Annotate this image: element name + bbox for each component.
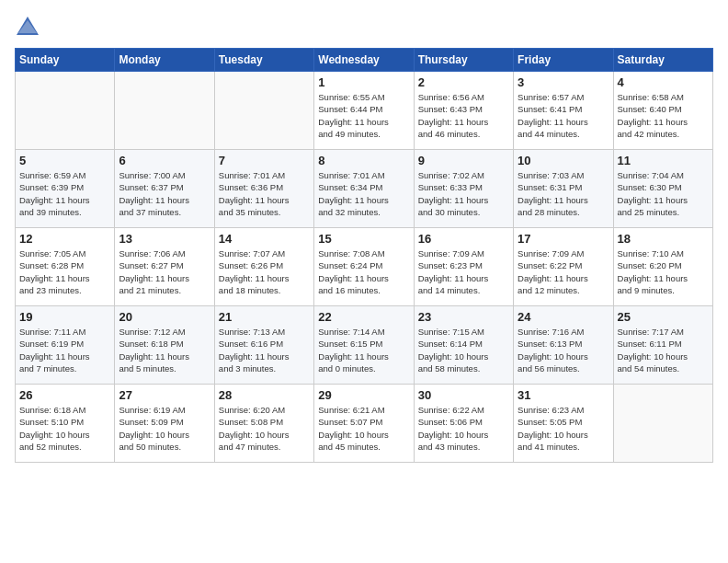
calendar-cell: 2Sunrise: 6:56 AM Sunset: 6:43 PM Daylig… (414, 72, 513, 150)
day-number: 13 (119, 232, 210, 246)
day-number: 7 (219, 154, 310, 167)
day-number: 31 (518, 388, 609, 402)
calendar-cell: 3Sunrise: 6:57 AM Sunset: 6:41 PM Daylig… (514, 72, 613, 150)
day-info: Sunrise: 6:18 AM Sunset: 5:10 PM Dayligh… (19, 404, 110, 453)
day-info: Sunrise: 7:11 AM Sunset: 6:19 PM Dayligh… (19, 326, 110, 374)
day-info: Sunrise: 7:13 AM Sunset: 6:16 PM Dayligh… (219, 326, 310, 374)
day-info: Sunrise: 6:20 AM Sunset: 5:08 PM Dayligh… (219, 404, 310, 453)
day-number: 27 (119, 388, 210, 402)
week-row-5: 26Sunrise: 6:18 AM Sunset: 5:10 PM Dayli… (16, 385, 713, 463)
day-info: Sunrise: 7:08 AM Sunset: 6:24 PM Dayligh… (318, 247, 409, 296)
day-info: Sunrise: 7:03 AM Sunset: 6:31 PM Dayligh… (518, 169, 609, 218)
day-number: 1 (318, 75, 409, 89)
calendar-cell: 29Sunrise: 6:21 AM Sunset: 5:07 PM Dayli… (314, 385, 414, 463)
day-number: 15 (318, 232, 409, 246)
day-header-friday: Friday (514, 49, 613, 72)
day-number: 24 (518, 310, 609, 324)
calendar-cell: 25Sunrise: 7:17 AM Sunset: 6:11 PM Dayli… (613, 306, 712, 385)
day-info: Sunrise: 7:05 AM Sunset: 6:28 PM Dayligh… (19, 247, 110, 296)
day-number: 11 (618, 154, 709, 167)
calendar-cell: 17Sunrise: 7:09 AM Sunset: 6:22 PM Dayli… (514, 228, 613, 306)
calendar-cell: 26Sunrise: 6:18 AM Sunset: 5:10 PM Dayli… (16, 385, 115, 463)
day-number: 25 (618, 310, 709, 324)
day-header-saturday: Saturday (613, 49, 712, 72)
day-number: 16 (418, 232, 509, 246)
day-info: Sunrise: 6:21 AM Sunset: 5:07 PM Dayligh… (318, 404, 409, 453)
day-info: Sunrise: 7:06 AM Sunset: 6:27 PM Dayligh… (119, 247, 210, 296)
calendar-cell: 14Sunrise: 7:07 AM Sunset: 6:26 PM Dayli… (214, 228, 313, 306)
day-info: Sunrise: 7:14 AM Sunset: 6:15 PM Dayligh… (318, 326, 409, 374)
calendar-cell: 28Sunrise: 6:20 AM Sunset: 5:08 PM Dayli… (214, 385, 313, 463)
calendar-cell: 24Sunrise: 7:16 AM Sunset: 6:13 PM Dayli… (514, 306, 613, 385)
day-info: Sunrise: 6:23 AM Sunset: 5:05 PM Dayligh… (518, 404, 609, 453)
calendar-cell: 7Sunrise: 7:01 AM Sunset: 6:36 PM Daylig… (214, 150, 313, 228)
day-number: 23 (418, 310, 509, 324)
day-number: 28 (219, 388, 310, 402)
page-header (15, 15, 713, 40)
logo-icon (15, 15, 40, 40)
day-info: Sunrise: 6:56 AM Sunset: 6:43 PM Dayligh… (418, 91, 509, 140)
day-header-monday: Monday (115, 49, 214, 72)
day-number: 3 (518, 75, 609, 89)
calendar-cell: 13Sunrise: 7:06 AM Sunset: 6:27 PM Dayli… (115, 228, 214, 306)
day-number: 29 (318, 388, 409, 402)
day-number: 12 (19, 232, 110, 246)
calendar-cell (16, 72, 115, 150)
week-row-2: 5Sunrise: 6:59 AM Sunset: 6:39 PM Daylig… (16, 150, 713, 228)
calendar-cell: 19Sunrise: 7:11 AM Sunset: 6:19 PM Dayli… (16, 306, 115, 385)
day-info: Sunrise: 7:09 AM Sunset: 6:23 PM Dayligh… (418, 247, 509, 296)
calendar-cell: 4Sunrise: 6:58 AM Sunset: 6:40 PM Daylig… (613, 72, 712, 150)
day-header-tuesday: Tuesday (214, 49, 313, 72)
day-info: Sunrise: 7:07 AM Sunset: 6:26 PM Dayligh… (219, 247, 310, 296)
calendar-cell: 11Sunrise: 7:04 AM Sunset: 6:30 PM Dayli… (613, 150, 712, 228)
day-number: 9 (418, 154, 509, 167)
calendar-cell (613, 385, 712, 463)
day-number: 30 (418, 388, 509, 402)
calendar-cell: 1Sunrise: 6:55 AM Sunset: 6:44 PM Daylig… (314, 72, 414, 150)
day-header-sunday: Sunday (16, 49, 115, 72)
calendar-cell (115, 72, 214, 150)
calendar-table: SundayMondayTuesdayWednesdayThursdayFrid… (15, 48, 713, 463)
day-number: 5 (19, 154, 110, 167)
day-info: Sunrise: 7:09 AM Sunset: 6:22 PM Dayligh… (518, 247, 609, 296)
day-info: Sunrise: 6:57 AM Sunset: 6:41 PM Dayligh… (518, 91, 609, 140)
day-number: 8 (318, 154, 409, 167)
day-info: Sunrise: 6:58 AM Sunset: 6:40 PM Dayligh… (618, 91, 709, 140)
calendar-cell: 6Sunrise: 7:00 AM Sunset: 6:37 PM Daylig… (115, 150, 214, 228)
day-info: Sunrise: 7:02 AM Sunset: 6:33 PM Dayligh… (418, 169, 509, 218)
calendar-cell: 20Sunrise: 7:12 AM Sunset: 6:18 PM Dayli… (115, 306, 214, 385)
day-number: 4 (618, 75, 709, 89)
calendar-cell: 21Sunrise: 7:13 AM Sunset: 6:16 PM Dayli… (214, 306, 313, 385)
day-info: Sunrise: 6:22 AM Sunset: 5:06 PM Dayligh… (418, 404, 509, 453)
logo (15, 15, 44, 40)
day-number: 14 (219, 232, 310, 246)
calendar-cell: 9Sunrise: 7:02 AM Sunset: 6:33 PM Daylig… (414, 150, 513, 228)
calendar-cell: 10Sunrise: 7:03 AM Sunset: 6:31 PM Dayli… (514, 150, 613, 228)
day-info: Sunrise: 7:01 AM Sunset: 6:34 PM Dayligh… (318, 169, 409, 218)
day-header-wednesday: Wednesday (314, 49, 414, 72)
calendar-cell: 8Sunrise: 7:01 AM Sunset: 6:34 PM Daylig… (314, 150, 414, 228)
day-info: Sunrise: 7:04 AM Sunset: 6:30 PM Dayligh… (618, 169, 709, 218)
day-number: 20 (119, 310, 210, 324)
day-info: Sunrise: 7:01 AM Sunset: 6:36 PM Dayligh… (219, 169, 310, 218)
day-info: Sunrise: 6:19 AM Sunset: 5:09 PM Dayligh… (119, 404, 210, 453)
day-number: 6 (119, 154, 210, 167)
day-number: 10 (518, 154, 609, 167)
day-info: Sunrise: 7:12 AM Sunset: 6:18 PM Dayligh… (119, 326, 210, 374)
calendar-cell: 30Sunrise: 6:22 AM Sunset: 5:06 PM Dayli… (414, 385, 513, 463)
day-number: 18 (618, 232, 709, 246)
calendar-cell: 31Sunrise: 6:23 AM Sunset: 5:05 PM Dayli… (514, 385, 613, 463)
calendar-cell: 18Sunrise: 7:10 AM Sunset: 6:20 PM Dayli… (613, 228, 712, 306)
day-info: Sunrise: 7:17 AM Sunset: 6:11 PM Dayligh… (618, 326, 709, 374)
calendar-cell: 5Sunrise: 6:59 AM Sunset: 6:39 PM Daylig… (16, 150, 115, 228)
day-number: 17 (518, 232, 609, 246)
day-info: Sunrise: 6:59 AM Sunset: 6:39 PM Dayligh… (19, 169, 110, 218)
day-number: 26 (19, 388, 110, 402)
calendar-cell: 15Sunrise: 7:08 AM Sunset: 6:24 PM Dayli… (314, 228, 414, 306)
day-info: Sunrise: 7:00 AM Sunset: 6:37 PM Dayligh… (119, 169, 210, 218)
calendar-cell: 23Sunrise: 7:15 AM Sunset: 6:14 PM Dayli… (414, 306, 513, 385)
svg-marker-1 (18, 20, 37, 33)
calendar-cell: 22Sunrise: 7:14 AM Sunset: 6:15 PM Dayli… (314, 306, 414, 385)
day-info: Sunrise: 6:55 AM Sunset: 6:44 PM Dayligh… (318, 91, 409, 140)
week-row-4: 19Sunrise: 7:11 AM Sunset: 6:19 PM Dayli… (16, 306, 713, 385)
